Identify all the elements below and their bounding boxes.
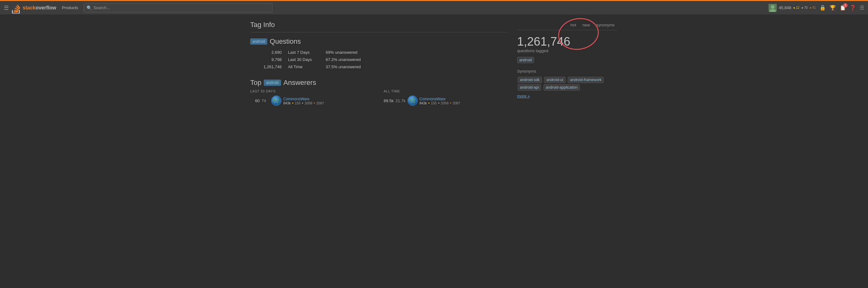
svg-point-9 — [277, 99, 279, 100]
stackoverflow-logo-icon — [12, 2, 22, 13]
main-container: Tag Info android Questions 2,690 Last 7 … — [245, 14, 623, 114]
products-nav[interactable]: Products — [60, 5, 81, 10]
top-answerers-block: Top android Answerers Last 30 Days 60 74 — [250, 79, 508, 108]
right-sidebar: hot new synonyms 1,261,746 questions tag… — [517, 21, 618, 108]
answerer-name-link-alltime[interactable]: CommonsWare — [420, 97, 446, 101]
svg-point-18 — [413, 101, 415, 103]
last30-col: Last 30 Days 60 74 — [250, 89, 374, 108]
top-label: Top — [250, 79, 261, 87]
alltime-col: All Time 89.5k 21.7k — [384, 89, 508, 108]
notification-badge: 1 — [843, 3, 847, 7]
silver-badge-count: ● 70 — [801, 6, 808, 9]
answerers-columns: Last 30 Days 60 74 — [250, 89, 508, 108]
notifications-icon[interactable]: 📋 1 — [840, 5, 846, 11]
answerer-name-link[interactable]: CommonsWare — [283, 97, 309, 101]
synonym-chips-area: android-sdk android-ui android-framework… — [517, 76, 618, 91]
stat-unanswered-alltime: 37.5% unanswered — [326, 65, 361, 69]
bronze-badge-count: ● 91 — [809, 6, 816, 9]
synonym-chip-2[interactable]: android-framework — [568, 77, 603, 83]
answerers-label: Answerers — [284, 79, 316, 87]
stat-unanswered-7days: 69% unanswered — [326, 50, 357, 55]
help-icon[interactable]: ❓ — [850, 5, 856, 11]
sidebar-top-area: hot new synonyms 1,261,746 questions tag… — [517, 21, 618, 64]
tag-info-title: Tag Info — [250, 21, 508, 32]
search-icon: 🔍 — [87, 5, 92, 10]
stat-period-7days: Last 7 Days — [288, 50, 319, 55]
main-tag-chip-area: android — [517, 56, 618, 64]
svg-point-17 — [413, 99, 415, 100]
gold-dot-alltime: ● — [428, 102, 430, 104]
answerer-meta-alltime: 843k ● 155 ● 2058 ● 2087 — [420, 101, 460, 105]
synonym-chip-1[interactable]: android-ui — [544, 77, 565, 83]
answerer-info-alltime: CommonsWare 843k ● 155 ● 2058 ● 2087 — [420, 97, 460, 105]
gold-badge-count: ● 12 — [793, 6, 799, 9]
avatar — [271, 96, 281, 106]
header-right-actions: 45,848 ● 12 ● 70 ● 91 🔒 🏆 📋 1 ❓ ☰ — [769, 4, 864, 12]
gold-dot: ● — [292, 102, 293, 104]
search-bar: 🔍 — [84, 3, 273, 12]
logo-stack: stack — [23, 5, 36, 10]
stat-number-alltime: 1,261,746 — [256, 65, 282, 69]
answerer-score: 60 — [250, 98, 260, 103]
svg-point-10 — [277, 101, 279, 103]
last30-header: Last 30 Days — [250, 89, 374, 93]
tab-new[interactable]: new — [580, 21, 593, 30]
stat-number-7days: 2,690 — [256, 50, 282, 55]
android-tag-answerers[interactable]: android — [264, 79, 281, 86]
svg-point-16 — [409, 99, 412, 101]
site-logo[interactable]: stackoverflow — [12, 2, 56, 13]
stat-row-alltime: 1,261,746 All Time 37.5% unanswered — [250, 65, 508, 69]
answerer-answers: 74 — [261, 98, 270, 103]
tab-synonyms[interactable]: synonyms — [593, 21, 618, 30]
stat-unanswered-30days: 67.2% unanswered — [326, 57, 361, 62]
answerer-info: CommonsWare 843k ● 155 ● 2058 ● 2087 — [283, 97, 324, 105]
user-profile-link[interactable]: 45,848 ● 12 ● 70 ● 91 — [769, 4, 816, 12]
stat-row-7days: 2,690 Last 7 Days 69% unanswered — [250, 50, 508, 55]
answerer-score-alltime: 89.5k — [384, 98, 394, 103]
table-row: 89.5k 21.7k — [384, 96, 508, 106]
user-reputation: 45,848 — [779, 5, 791, 10]
stat-period-30days: Last 30 Days — [288, 57, 319, 62]
synonyms-title: Synonyms — [517, 69, 618, 74]
questions-big-label: questions tagged — [517, 48, 618, 53]
questions-heading: android Questions — [250, 37, 508, 46]
android-main-tag[interactable]: android — [517, 57, 534, 63]
synonym-chip-3[interactable]: android-api — [518, 84, 541, 91]
hamburger-menu-icon[interactable]: ☰ — [4, 4, 9, 11]
questions-big-count: 1,261,746 — [517, 35, 618, 48]
stat-row-30days: 9,798 Last 30 Days 67.2% unanswered — [250, 57, 508, 62]
questions-block: android Questions 2,690 Last 7 Days 69% … — [250, 37, 508, 69]
logo-overflow: overflow — [36, 5, 56, 10]
svg-point-1 — [771, 5, 775, 9]
sidebar-tabs: hot new synonyms — [517, 21, 618, 30]
avatar — [408, 96, 417, 106]
synonyms-section: Synonyms android-sdk android-ui android-… — [517, 69, 618, 98]
alltime-header: All Time — [384, 89, 508, 93]
answerer-meta: 843k ● 155 ● 2058 ● 2087 — [283, 101, 324, 105]
table-row: 60 74 — [250, 96, 374, 106]
bronze-dot-alltime: ● — [450, 102, 451, 104]
questions-heading-text: Questions — [270, 37, 301, 46]
avatar — [769, 4, 777, 12]
synonym-chip-0[interactable]: android-sdk — [518, 77, 542, 83]
answerers-heading: Top android Answerers — [250, 79, 508, 87]
answerer-answers-alltime: 21.7k — [396, 98, 406, 103]
stat-number-30days: 9,798 — [256, 57, 282, 62]
achievements-icon[interactable]: 🏆 — [830, 5, 836, 11]
more-synonyms-link[interactable]: more » — [517, 94, 618, 98]
silver-dot-alltime: ● — [438, 102, 440, 104]
svg-point-8 — [273, 99, 276, 101]
logo-text: stackoverflow — [23, 5, 56, 11]
android-tag-questions[interactable]: android — [250, 38, 267, 45]
stat-period-alltime: All Time — [288, 65, 319, 69]
synonym-chip-4[interactable]: android-application — [544, 84, 580, 91]
bronze-dot: ● — [313, 102, 315, 104]
left-content: Tag Info android Questions 2,690 Last 7 … — [250, 21, 508, 108]
silver-dot: ● — [302, 102, 303, 104]
search-input[interactable] — [93, 5, 270, 10]
site-header: ☰ stackoverflow Products 🔍 45,848 ● 12 — [0, 0, 868, 14]
inbox-icon[interactable]: 🔒 — [819, 5, 826, 11]
menu-icon[interactable]: ☰ — [860, 5, 864, 11]
tab-hot[interactable]: hot — [567, 21, 580, 30]
